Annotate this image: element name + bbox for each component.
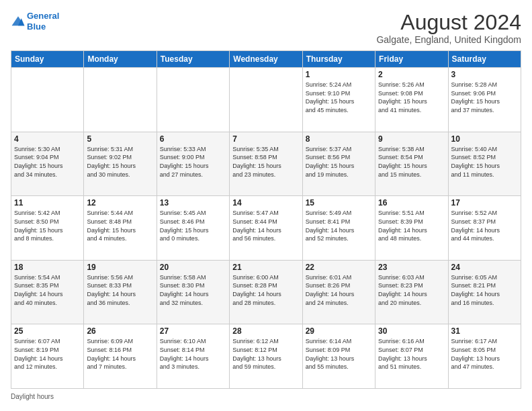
header-wednesday: Wednesday [230,51,302,68]
day-info: Sunrise: 6:16 AM Sunset: 8:07 PM Dayligh… [378,337,445,371]
day-number: 20 [160,263,226,272]
day-info: Sunrise: 6:00 AM Sunset: 8:28 PM Dayligh… [232,273,299,307]
table-row: 11Sunrise: 5:42 AM Sunset: 8:50 PM Dayli… [11,196,84,261]
table-row: 16Sunrise: 5:51 AM Sunset: 8:39 PM Dayli… [375,196,448,261]
day-info: Sunrise: 5:40 AM Sunset: 8:52 PM Dayligh… [451,145,518,179]
day-number: 8 [306,134,372,144]
day-info: Sunrise: 5:24 AM Sunset: 9:10 PM Dayligh… [306,81,372,114]
calendar-week-row: 4Sunrise: 5:30 AM Sunset: 9:04 PM Daylig… [11,132,521,196]
table-row: 30Sunrise: 6:16 AM Sunset: 8:07 PM Dayli… [375,324,448,389]
day-info: Sunrise: 5:54 AM Sunset: 8:35 PM Dayligh… [14,273,81,307]
day-number: 7 [232,134,299,144]
day-number: 13 [160,198,226,208]
day-number: 17 [451,198,518,208]
page-header: General Blue August 2024 Galgate, Englan… [11,11,521,45]
table-row [157,68,229,132]
table-row: 18Sunrise: 5:54 AM Sunset: 8:35 PM Dayli… [11,260,84,324]
day-number: 24 [451,263,518,272]
day-info: Sunrise: 6:10 AM Sunset: 8:14 PM Dayligh… [160,337,226,371]
calendar-table: Sunday Monday Tuesday Wednesday Thursday… [11,50,521,389]
day-number: 26 [87,326,153,336]
day-info: Sunrise: 5:51 AM Sunset: 8:39 PM Dayligh… [378,209,445,242]
header-monday: Monday [84,51,157,68]
table-row: 13Sunrise: 5:45 AM Sunset: 8:46 PM Dayli… [157,196,229,261]
day-info: Sunrise: 5:49 AM Sunset: 8:41 PM Dayligh… [306,209,372,242]
day-number: 16 [378,198,445,208]
day-info: Sunrise: 6:12 AM Sunset: 8:12 PM Dayligh… [232,337,299,371]
day-info: Sunrise: 5:33 AM Sunset: 9:00 PM Dayligh… [160,145,226,179]
header-friday: Friday [375,51,448,68]
logo-icon [11,14,26,29]
day-number: 19 [87,263,153,272]
header-sunday: Sunday [11,51,84,68]
table-row: 23Sunrise: 6:03 AM Sunset: 8:23 PM Dayli… [375,260,448,324]
day-number: 15 [306,198,372,208]
table-row: 10Sunrise: 5:40 AM Sunset: 8:52 PM Dayli… [448,132,521,196]
day-info: Sunrise: 5:52 AM Sunset: 8:37 PM Dayligh… [451,209,518,242]
day-number: 1 [306,70,372,79]
day-info: Sunrise: 5:44 AM Sunset: 8:48 PM Dayligh… [87,209,153,242]
day-number: 29 [306,326,372,336]
day-number: 11 [14,198,81,208]
table-row: 8Sunrise: 5:37 AM Sunset: 8:56 PM Daylig… [302,132,375,196]
table-row: 28Sunrise: 6:12 AM Sunset: 8:12 PM Dayli… [230,324,302,389]
daylight-label: Daylight hours [11,393,54,400]
day-number: 28 [232,326,299,336]
day-info: Sunrise: 6:09 AM Sunset: 8:16 PM Dayligh… [87,337,153,371]
day-info: Sunrise: 5:26 AM Sunset: 9:08 PM Dayligh… [378,81,445,114]
day-info: Sunrise: 5:42 AM Sunset: 8:50 PM Dayligh… [14,209,81,242]
table-row: 15Sunrise: 5:49 AM Sunset: 8:41 PM Dayli… [302,196,375,261]
day-number: 14 [232,198,299,208]
calendar-page: General Blue August 2024 Galgate, Englan… [0,0,532,411]
day-number: 4 [14,134,81,144]
day-info: Sunrise: 5:31 AM Sunset: 9:02 PM Dayligh… [87,145,153,179]
day-number: 22 [306,263,372,272]
footer: Daylight hours [11,393,521,400]
day-info: Sunrise: 6:03 AM Sunset: 8:23 PM Dayligh… [378,273,445,307]
day-info: Sunrise: 5:58 AM Sunset: 8:30 PM Dayligh… [160,273,226,307]
table-row: 31Sunrise: 6:17 AM Sunset: 8:05 PM Dayli… [448,324,521,389]
day-number: 9 [378,134,445,144]
table-row: 5Sunrise: 5:31 AM Sunset: 9:02 PM Daylig… [84,132,157,196]
table-row [11,68,84,132]
table-row: 27Sunrise: 6:10 AM Sunset: 8:14 PM Dayli… [157,324,229,389]
table-row: 21Sunrise: 6:00 AM Sunset: 8:28 PM Dayli… [230,260,302,324]
table-row: 12Sunrise: 5:44 AM Sunset: 8:48 PM Dayli… [84,196,157,261]
table-row: 24Sunrise: 6:05 AM Sunset: 8:21 PM Dayli… [448,260,521,324]
table-row: 4Sunrise: 5:30 AM Sunset: 9:04 PM Daylig… [11,132,84,196]
day-number: 18 [14,263,81,272]
calendar-week-row: 25Sunrise: 6:07 AM Sunset: 8:19 PM Dayli… [11,324,521,389]
day-number: 30 [378,326,445,336]
title-block: August 2024 Galgate, England, United Kin… [376,11,521,45]
day-number: 12 [87,198,153,208]
table-row: 22Sunrise: 6:01 AM Sunset: 8:26 PM Dayli… [302,260,375,324]
day-number: 2 [378,70,445,79]
day-info: Sunrise: 5:38 AM Sunset: 8:54 PM Dayligh… [378,145,445,179]
calendar-week-row: 18Sunrise: 5:54 AM Sunset: 8:35 PM Dayli… [11,260,521,324]
table-row: 26Sunrise: 6:09 AM Sunset: 8:16 PM Dayli… [84,324,157,389]
table-row: 17Sunrise: 5:52 AM Sunset: 8:37 PM Dayli… [448,196,521,261]
table-row: 2Sunrise: 5:26 AM Sunset: 9:08 PM Daylig… [375,68,448,132]
table-row: 7Sunrise: 5:35 AM Sunset: 8:58 PM Daylig… [230,132,302,196]
weekday-header-row: Sunday Monday Tuesday Wednesday Thursday… [11,51,521,68]
day-number: 21 [232,263,299,272]
day-number: 10 [451,134,518,144]
header-saturday: Saturday [448,51,521,68]
day-number: 6 [160,134,226,144]
logo-text: General Blue [27,11,59,32]
day-number: 23 [378,263,445,272]
day-number: 27 [160,326,226,336]
table-row: 29Sunrise: 6:14 AM Sunset: 8:09 PM Dayli… [302,324,375,389]
subtitle: Galgate, England, United Kingdom [376,34,521,45]
table-row [84,68,157,132]
day-number: 25 [14,326,81,336]
day-info: Sunrise: 5:56 AM Sunset: 8:33 PM Dayligh… [87,273,153,307]
day-number: 3 [451,70,518,79]
day-info: Sunrise: 6:05 AM Sunset: 8:21 PM Dayligh… [451,273,518,307]
day-info: Sunrise: 6:14 AM Sunset: 8:09 PM Dayligh… [306,337,372,371]
table-row: 1Sunrise: 5:24 AM Sunset: 9:10 PM Daylig… [302,68,375,132]
table-row: 14Sunrise: 5:47 AM Sunset: 8:44 PM Dayli… [230,196,302,261]
table-row: 9Sunrise: 5:38 AM Sunset: 8:54 PM Daylig… [375,132,448,196]
table-row: 3Sunrise: 5:28 AM Sunset: 9:06 PM Daylig… [448,68,521,132]
day-info: Sunrise: 5:35 AM Sunset: 8:58 PM Dayligh… [232,145,299,179]
